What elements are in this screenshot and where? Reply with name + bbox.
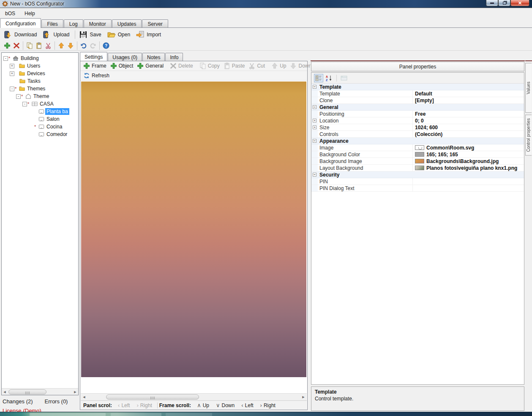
- copy-button[interactable]: [25, 41, 34, 50]
- tree-item-theme[interactable]: -*Theme: [3, 92, 78, 100]
- taskbar-item[interactable]: [111, 413, 161, 416]
- side-tab-control-properties[interactable]: Control properties: [525, 114, 532, 155]
- property-value[interactable]: [Empty]: [413, 98, 524, 103]
- move-down-button[interactable]: [66, 41, 75, 50]
- canvas-horizontal-scrollbar[interactable]: ◄ ►: [81, 393, 307, 400]
- menu-item-help[interactable]: Help: [20, 9, 39, 18]
- property-row-controls[interactable]: Controls(Colección): [311, 131, 524, 138]
- editor-tab-info[interactable]: Info: [165, 53, 183, 61]
- property-value[interactable]: (Colección): [413, 131, 524, 137]
- expand-icon[interactable]: +: [10, 64, 14, 68]
- property-row-location[interactable]: +Location0; 0: [311, 117, 524, 124]
- tree-item-label[interactable]: Building: [19, 55, 40, 62]
- collapse-icon[interactable]: -: [22, 102, 27, 106]
- collapse-icon[interactable]: −: [313, 105, 316, 109]
- editor-tab-settings[interactable]: Settings: [80, 52, 107, 61]
- panel-scroll-left-button[interactable]: ‹Left: [115, 402, 133, 408]
- cut-button[interactable]: Cut: [247, 62, 267, 70]
- frame-scroll-up-button[interactable]: ∧Up: [194, 402, 213, 408]
- panel-scroll-right-button[interactable]: ›Right: [133, 402, 155, 408]
- paste-button[interactable]: Paste: [222, 62, 248, 70]
- object-button[interactable]: Object: [109, 62, 136, 70]
- panel-properties-header[interactable]: Panel properties: [311, 62, 524, 71]
- property-category-general[interactable]: −General: [311, 104, 524, 111]
- tree-item-comedor[interactable]: Comedor: [3, 131, 78, 138]
- property-row-background-image[interactable]: Background ImageBackgrounds\Background.j…: [311, 158, 524, 165]
- property-value[interactable]: Backgrounds\Background.jpg: [413, 158, 524, 164]
- general-button[interactable]: General: [136, 62, 166, 70]
- scroll-left-arrow[interactable]: ◄: [2, 389, 7, 394]
- tab-updates[interactable]: Updates: [112, 19, 142, 28]
- tree-item-cocina[interactable]: *Cocina: [3, 123, 78, 131]
- property-value[interactable]: 0; 0: [413, 118, 524, 124]
- delete-button[interactable]: [12, 41, 21, 50]
- save-button[interactable]: Save: [77, 29, 105, 41]
- taskbar-item[interactable]: [30, 413, 106, 416]
- property-row-size[interactable]: +Size1024; 600: [311, 124, 524, 131]
- tree-item-label[interactable]: Cocina: [45, 123, 63, 130]
- tab-files[interactable]: Files: [41, 19, 63, 28]
- taskbar-item[interactable]: [166, 413, 212, 416]
- property-row-image[interactable]: ImageCommon\Room.svg: [311, 144, 524, 151]
- property-value[interactable]: 165; 165; 165: [413, 152, 524, 158]
- windows-taskbar[interactable]: [0, 412, 532, 416]
- panel-design-canvas[interactable]: [81, 82, 306, 377]
- tree-item-salon[interactable]: Salon: [3, 115, 78, 123]
- property-value[interactable]: 1024; 600: [413, 125, 524, 131]
- editor-tab-usages-0-[interactable]: Usages (0): [108, 53, 142, 61]
- tree-item-label[interactable]: CASA: [38, 101, 55, 107]
- frame-button[interactable]: Frame: [82, 62, 109, 70]
- collapse-icon[interactable]: -: [16, 94, 21, 99]
- open-button[interactable]: Open: [105, 29, 134, 41]
- tree-item-label[interactable]: Salon: [45, 116, 61, 122]
- property-value[interactable]: Default: [413, 91, 524, 97]
- tree-item-label[interactable]: Comedor: [45, 131, 68, 138]
- property-value[interactable]: Common\Room.svg: [413, 145, 524, 151]
- property-category-security[interactable]: −Security: [311, 171, 524, 178]
- tree-item-tasks[interactable]: Tasks: [3, 77, 78, 85]
- tree-item-building[interactable]: -*Building: [3, 54, 78, 62]
- scroll-left-arrow[interactable]: ◄: [82, 394, 87, 400]
- property-row-background-color[interactable]: Background Color165; 165; 165: [311, 151, 524, 158]
- expand-icon[interactable]: +: [313, 125, 316, 129]
- tab-server[interactable]: Server: [142, 19, 168, 28]
- undo-button[interactable]: [79, 41, 88, 50]
- frame-scroll-left-button[interactable]: ‹Left: [238, 402, 256, 408]
- tree-item-label[interactable]: Themes: [26, 85, 46, 92]
- tree-item-label[interactable]: Tasks: [26, 78, 42, 84]
- expand-icon[interactable]: +: [313, 119, 316, 122]
- property-pages-button[interactable]: [339, 74, 349, 82]
- property-category-appearance[interactable]: −Appearance: [311, 138, 524, 144]
- delete-button[interactable]: Delete: [169, 62, 196, 70]
- expand-icon[interactable]: +: [10, 71, 14, 76]
- property-value[interactable]: Planos fotos\veiguiña plano knx1.png: [413, 165, 524, 171]
- side-tab-values[interactable]: Values: [525, 63, 532, 113]
- tab-configuration[interactable]: Configuration: [0, 18, 41, 28]
- collapse-icon[interactable]: −: [313, 173, 316, 177]
- tree-item-label[interactable]: Theme: [32, 93, 50, 100]
- scroll-right-arrow[interactable]: ►: [73, 389, 78, 394]
- move-up-button[interactable]: [57, 41, 66, 50]
- menu-item-bos[interactable]: bOS: [1, 9, 19, 18]
- tree-item-devices[interactable]: +Devices: [3, 70, 78, 77]
- tree-horizontal-scrollbar[interactable]: ◄ ►: [2, 388, 78, 395]
- property-row-layout-background[interactable]: Layout BackgroundPlanos fotos\veiguiña p…: [311, 165, 524, 171]
- collapse-icon[interactable]: -: [10, 87, 14, 91]
- paste-button[interactable]: [34, 41, 44, 50]
- collapse-icon[interactable]: −: [313, 85, 316, 89]
- property-row-pin[interactable]: PIN: [311, 178, 524, 185]
- close-button[interactable]: ✕: [510, 0, 529, 6]
- tree-item-label[interactable]: Devices: [26, 70, 46, 77]
- cut-button[interactable]: [44, 41, 53, 50]
- collapse-icon[interactable]: −: [313, 139, 316, 143]
- tree-item-planta-ba[interactable]: Planta ba: [3, 108, 78, 115]
- categorized-view-button[interactable]: [314, 74, 323, 82]
- tab-monitor[interactable]: Monitor: [84, 19, 112, 28]
- download-button[interactable]: Download: [2, 29, 41, 41]
- alphabetical-sort-button[interactable]: AZ: [325, 74, 334, 82]
- tab-log[interactable]: Log: [64, 19, 83, 28]
- scroll-right-arrow[interactable]: ►: [301, 394, 306, 400]
- frame-scroll-down-button[interactable]: ∨Down: [213, 402, 238, 408]
- frame-scroll-right-button[interactable]: ›Right: [257, 402, 279, 408]
- property-row-clone[interactable]: Clone[Empty]: [311, 97, 524, 104]
